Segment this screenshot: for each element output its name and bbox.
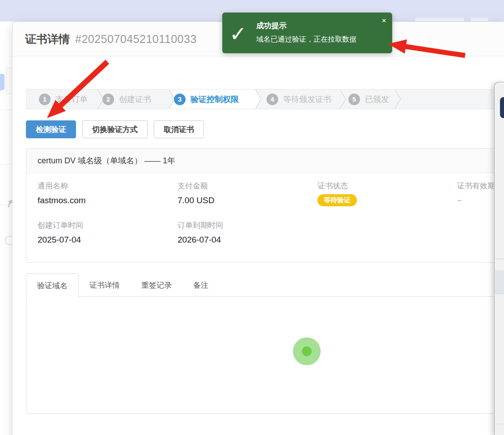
step-issued: 5 已颁发 — [348, 90, 389, 109]
step-verify-control: 3 验证控制权限 — [174, 90, 239, 109]
created-time-value: 2025-07-04 — [38, 235, 81, 245]
cancel-certificate-button[interactable]: 取消证书 — [154, 120, 204, 138]
certificate-detail-modal: 证书详情 #202507045210110033 1 支付订单 2 创建证书 3… — [12, 21, 504, 435]
step-label: 已颁发 — [365, 94, 389, 105]
drawer-navy-button[interactable] — [500, 97, 504, 118]
step-number: 2 — [102, 94, 114, 105]
drawer-divider — [495, 424, 504, 424]
toast-title: 成功提示 — [256, 21, 287, 31]
switch-validation-method-button[interactable]: 切换验证方式 — [82, 120, 148, 138]
right-drawer-edge — [494, 82, 504, 435]
amount-value: 7.00 USD — [178, 196, 214, 205]
chevron-separator-icon — [339, 90, 346, 109]
step-number: 1 — [39, 94, 51, 105]
step-wait-issue: 4 等待颁发证书 — [267, 90, 331, 109]
close-icon[interactable]: × — [382, 17, 386, 24]
action-button-row: 检测验证 切换验证方式 取消证书 — [26, 120, 204, 138]
background-divider — [0, 110, 12, 110]
expire-time-value: 2026-07-04 — [178, 235, 221, 245]
tab-cert-details[interactable]: 证书详情 — [79, 273, 131, 297]
created-time-label: 创建订单时间 — [38, 220, 83, 230]
detail-tabs: 验证域名 证书详情 重签记录 备注 — [26, 273, 219, 297]
tab-remarks[interactable]: 备注 — [182, 273, 219, 297]
step-label: 验证控制权限 — [191, 94, 239, 105]
validity-label: 证书有效期 — [457, 181, 495, 191]
step-number: 3 — [174, 94, 186, 105]
common-name-value: fastmos.com — [38, 196, 86, 205]
step-number: 4 — [267, 94, 278, 105]
status-badge: 等待验证 — [318, 194, 357, 206]
chevron-separator-icon — [255, 90, 262, 109]
background-button-edge — [6, 68, 13, 94]
loading-spinner-dot — [302, 346, 312, 356]
check-icon: ✓ — [229, 23, 247, 44]
step-pay-order: 1 支付订单 — [39, 90, 88, 109]
drawer-divider — [495, 294, 504, 294]
product-name: certum DV 域名级（单域名） —— 1年 — [26, 149, 504, 173]
step-label: 支付订单 — [55, 94, 88, 105]
toast-message: 域名已通过验证，正在拉取数据 — [256, 35, 356, 44]
amount-label: 支付金额 — [178, 181, 208, 191]
validity-value: ~ — [457, 196, 462, 205]
expire-time-label: 订单到期时间 — [178, 220, 223, 230]
drawer-divider — [495, 259, 504, 259]
success-toast: ✓ 成功提示 域名已通过验证，正在拉取数据 × — [222, 13, 392, 53]
modal-title: 证书详情 — [25, 32, 70, 47]
step-number: 5 — [348, 94, 360, 105]
common-name-label: 通用名称 — [38, 181, 68, 191]
progress-stepper: 1 支付订单 2 创建证书 3 验证控制权限 4 等待颁发证书 5 已颁发 — [26, 89, 504, 109]
drawer-list-item — [495, 270, 504, 294]
loading-spinner-icon — [293, 337, 321, 365]
tab-resign-records[interactable]: 重签记录 — [131, 273, 182, 297]
chevron-separator-icon — [394, 90, 401, 109]
check-validation-button[interactable]: 检测验证 — [26, 120, 76, 138]
background-divider — [0, 164, 12, 165]
tab-verify-domain[interactable]: 验证域名 — [26, 273, 79, 297]
cert-status-label: 证书状态 — [318, 181, 348, 191]
step-label: 创建证书 — [119, 94, 151, 105]
cert-status-field: 等待验证 — [318, 194, 357, 206]
order-number: #202507045210110033 — [75, 33, 197, 46]
step-create-cert: 2 创建证书 — [102, 90, 151, 109]
certificate-info-panel: certum DV 域名级（单域名） —— 1年 通用名称 fastmos.co… — [26, 148, 504, 263]
background-sidebar-item — [0, 74, 4, 90]
tab-content-panel — [26, 296, 504, 414]
step-label: 等待颁发证书 — [283, 94, 331, 105]
